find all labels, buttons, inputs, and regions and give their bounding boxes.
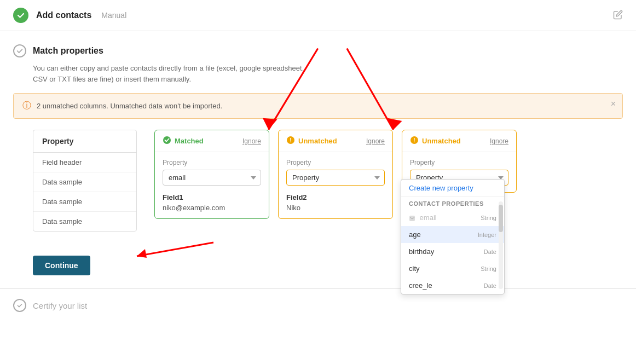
unmatched-icon-1: !	[286, 136, 295, 146]
card-body-unmatched-1: Property Property Field2 Niko	[279, 152, 392, 218]
card-property-label-1: Property	[286, 159, 385, 166]
card-ignore-unmatched-2[interactable]: Ignore	[490, 137, 508, 145]
dropdown-item-city[interactable]: city String	[401, 260, 504, 277]
continue-arrow	[120, 237, 219, 264]
property-table: Property Field header Data sample Data s…	[33, 130, 137, 232]
card-header-unmatched-2: ! Unmatched Ignore	[402, 130, 516, 152]
alert-banner: ⓘ 2 unmatched columns. Unmatched data wo…	[13, 93, 623, 119]
alert-icon: ⓘ	[22, 100, 31, 112]
table-row-field-header: Field header	[33, 153, 136, 172]
svg-text:!: !	[290, 137, 291, 143]
header-check-icon	[13, 8, 28, 23]
match-properties-section: Match properties You can either copy and…	[0, 31, 636, 288]
table-row-data-2: Data sample	[33, 192, 136, 212]
svg-marker-9	[388, 118, 402, 130]
dropdown-create-new[interactable]: Create new property	[401, 180, 504, 197]
top-header: Add contacts Manual	[0, 0, 636, 31]
card-body-matched: Property email Field1 niko@example.com	[155, 152, 269, 218]
svg-point-0	[163, 136, 171, 144]
alert-text: 2 unmatched columns. Unmatched data won'…	[37, 102, 614, 110]
continue-button[interactable]: Continue	[33, 256, 90, 275]
card-field-value-1: Niko	[286, 204, 385, 212]
card-field-title-1: Field2	[286, 193, 385, 201]
card-property-select-1[interactable]: Property	[286, 170, 385, 186]
certify-title: Certify your list	[33, 301, 87, 310]
section-header: Match properties	[13, 44, 623, 57]
card-property-label-0: Property	[163, 159, 261, 166]
svg-rect-5	[409, 216, 415, 221]
dropdown-section-header: CONTACT PROPERTIES	[401, 197, 504, 209]
property-dropdown: Create new property CONTACT PROPERTIES e…	[401, 179, 505, 294]
svg-line-10	[137, 242, 213, 256]
matched-check-icon	[163, 136, 171, 146]
property-table-header: Property	[33, 130, 136, 153]
card-property-label-2: Property	[410, 159, 508, 166]
svg-marker-7	[263, 118, 277, 130]
card-matched: Matched Ignore Property email Field1 n	[154, 130, 269, 219]
card-header-unmatched-1: ! Unmatched Ignore	[279, 130, 392, 152]
card-status-unmatched-2: ! Unmatched	[410, 136, 461, 146]
table-row-data-3: Data sample	[33, 212, 136, 231]
dropdown-scrollbar-thumb	[499, 205, 503, 232]
certify-section: Certify your list	[0, 288, 636, 322]
dropdown-item-email: email String	[401, 209, 504, 226]
dropdown-item-age[interactable]: age Integer	[401, 226, 504, 243]
card-field-1: Field2 Niko	[286, 193, 385, 212]
svg-text:!: !	[413, 137, 415, 143]
section-description: You can either copy and paste contacts d…	[33, 63, 623, 84]
card-ignore-matched[interactable]: Ignore	[242, 137, 261, 145]
card-property-select-0[interactable]: email	[163, 170, 261, 186]
card-status-unmatched-1: ! Unmatched	[286, 136, 337, 146]
section-check-icon	[13, 44, 26, 57]
main-layout: Property Field header Data sample Data s…	[33, 130, 623, 232]
content-area: Property Field header Data sample Data s…	[33, 130, 623, 275]
dropdown-item-birthday[interactable]: birthday Date	[401, 243, 504, 260]
dropdown-item-cree-le[interactable]: cree_le Date	[401, 277, 504, 294]
certify-check-icon	[13, 299, 26, 312]
card-field-0: Field1 niko@example.com	[163, 193, 261, 212]
cards-row: Matched Ignore Property email Field1 n	[154, 130, 517, 219]
table-row-data-1: Data sample	[33, 172, 136, 192]
header-subtitle: Manual	[101, 11, 126, 20]
section-title: Match properties	[33, 46, 103, 56]
edit-icon[interactable]	[613, 10, 623, 21]
card-unmatched-1: ! Unmatched Ignore Property Property	[278, 130, 393, 219]
card-header-matched: Matched Ignore	[155, 130, 269, 152]
card-status-matched: Matched	[163, 136, 204, 146]
header-title: Add contacts	[36, 10, 91, 20]
card-ignore-unmatched-1[interactable]: Ignore	[366, 137, 385, 145]
dropdown-scrollbar[interactable]	[499, 201, 503, 289]
alert-close-button[interactable]: ×	[611, 99, 616, 109]
unmatched-icon-2: !	[410, 136, 419, 146]
card-field-value-0: niko@example.com	[163, 204, 261, 212]
card-field-title-0: Field1	[163, 193, 261, 201]
